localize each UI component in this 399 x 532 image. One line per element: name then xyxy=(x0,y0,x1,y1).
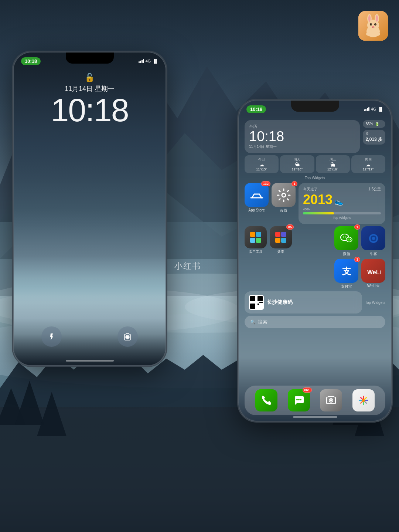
right-small-widgets: 85% 🔋 良 2,013 步 xyxy=(363,120,385,145)
weather-temp-3: 12°/17° xyxy=(353,167,384,171)
weather-icon-2: 🌦 xyxy=(317,162,348,167)
battery-widget: 85% 🔋 xyxy=(363,120,385,128)
weather-temp-1: 12°/16° xyxy=(282,167,313,171)
weather-icon-1: 🌦 xyxy=(282,162,313,167)
steps-count-widget: 2013 xyxy=(303,192,332,207)
welink-icon[interactable]: WeLink xyxy=(361,259,385,283)
lock-bottom-controls xyxy=(14,326,166,347)
efficiency-badge: 85 xyxy=(286,224,294,230)
svg-point-45 xyxy=(298,399,300,400)
phone-frame-right: 10:18 4G ▐▌ 台历 10:18 11 xyxy=(238,100,392,421)
app-store-container: 132 App Store xyxy=(245,183,269,212)
svg-point-37 xyxy=(347,239,348,240)
steps-section-label: Top Widgets xyxy=(303,216,381,220)
app-store-badge: 132 xyxy=(261,181,270,186)
apps-row-1: 132 App Store 1 设置 xyxy=(245,183,385,224)
signal-bar-4 xyxy=(143,59,144,63)
flashlight-button[interactable] xyxy=(41,326,62,347)
signal-bar-3 xyxy=(141,60,143,63)
battery-icon-left: ▐▌ xyxy=(152,59,158,63)
svg-rect-29 xyxy=(281,232,286,237)
svg-point-23 xyxy=(282,193,286,197)
dock-messages-icon[interactable] xyxy=(288,389,310,411)
time-widget-label: 台历 xyxy=(249,124,355,129)
tools-efficiency-col: 实用工具 85 xyxy=(245,226,292,254)
weather-item-1: 明天 🌦 12°/16° xyxy=(280,155,314,173)
weather-item-3: 周四 ☁ 12°/17° xyxy=(351,155,385,173)
svg-rect-26 xyxy=(250,238,255,243)
wechat-niuke-row: 1 微信 xyxy=(295,226,385,257)
rabbit-logo xyxy=(358,11,388,41)
steps-widget-distance: 1.5公里 xyxy=(368,187,381,192)
dock: 861 xyxy=(245,386,385,415)
status-bar-left: 10:18 4G ▐▌ xyxy=(14,55,166,67)
weather-day-0: 今日 xyxy=(246,157,277,162)
weather-day-2: 周三 xyxy=(317,157,348,162)
dock-camera-icon[interactable] xyxy=(320,389,342,411)
svg-point-38 xyxy=(349,239,350,240)
svg-point-14 xyxy=(374,23,376,26)
svg-point-13 xyxy=(370,23,372,26)
weather-icon-0: ☁ xyxy=(246,162,277,167)
svg-point-35 xyxy=(343,236,344,237)
welink-label: WeLink xyxy=(367,284,379,288)
tools-container: 实用工具 xyxy=(245,226,267,254)
efficiency-label: 效率 xyxy=(277,250,284,254)
settings-badge: 1 xyxy=(291,181,297,186)
battery-emoji: 🔋 xyxy=(375,122,379,126)
weather-item-0: 今日 ☁ 11°/13° xyxy=(245,155,279,173)
status-icons-right: 4G ▐▌ xyxy=(364,107,383,111)
wechat-badge: 1 xyxy=(354,224,360,230)
welink-container: WeLink WeLink xyxy=(361,259,385,289)
svg-point-12 xyxy=(376,15,378,22)
wechat-container: 1 微信 xyxy=(334,226,358,257)
svg-point-17 xyxy=(372,26,374,27)
signal-bar-2 xyxy=(140,61,141,63)
lock-time: 10:18 xyxy=(14,94,166,126)
watermark: 小红书 xyxy=(174,261,201,272)
efficiency-container: 85 效率 xyxy=(270,226,292,254)
dock-photos-icon[interactable] xyxy=(352,389,375,411)
svg-text:WeLink: WeLink xyxy=(367,269,381,275)
home-indicator-left xyxy=(66,360,114,362)
health-code-widget[interactable]: 长沙健康码 xyxy=(245,291,362,314)
search-bar[interactable]: 🔍 搜索 xyxy=(245,316,385,328)
dock-phone-icon[interactable] xyxy=(255,389,277,411)
svg-text:支: 支 xyxy=(342,266,351,276)
alipay-icon[interactable]: 支 3 xyxy=(334,259,358,283)
weather-icon-3: ☁ xyxy=(353,162,384,167)
svg-point-48 xyxy=(330,399,332,401)
steps-count-small: 2,013 步 xyxy=(366,136,382,143)
qr-code xyxy=(249,295,264,310)
signal-bar-1 xyxy=(139,61,140,63)
air-quality-label: 良 xyxy=(366,132,382,136)
search-icon: 🔍 xyxy=(250,319,256,325)
camera-button[interactable] xyxy=(117,326,138,347)
status-icons-left: 4G ▐▌ xyxy=(139,59,158,63)
alipay-welink-row: 支 3 支付宝 WeLink xyxy=(295,259,385,289)
progress-fill xyxy=(303,212,334,214)
signal-bars-left xyxy=(139,59,144,63)
efficiency-icon[interactable]: 85 xyxy=(270,226,292,248)
messages-badge: 861 xyxy=(303,387,312,393)
signal-bars-right xyxy=(364,107,369,111)
settings-icon[interactable]: 1 xyxy=(272,183,296,207)
health-code-section-label: Top Widgets xyxy=(365,301,385,305)
status-bar-right: 10:18 4G ▐▌ xyxy=(239,104,391,115)
phone-left: 10:18 4G ▐▌ 🔓 11月14日 星期一 10:18 xyxy=(13,52,166,366)
svg-point-41 xyxy=(372,237,375,240)
apps-middle-row: 实用工具 85 xyxy=(245,226,385,289)
weather-temp-2: 12°/16° xyxy=(317,167,348,171)
svg-point-19 xyxy=(375,32,380,36)
svg-point-22 xyxy=(126,336,129,338)
tools-icon[interactable] xyxy=(245,226,267,248)
phone-right: 10:18 4G ▐▌ 台历 10:18 11 xyxy=(238,100,392,421)
wechat-icon[interactable]: 1 xyxy=(334,226,358,250)
steps-widget-title: 今天走了 xyxy=(303,187,318,192)
svg-point-16 xyxy=(375,24,376,24)
app-store-icon[interactable]: 132 xyxy=(245,183,269,207)
svg-rect-25 xyxy=(256,232,261,237)
niuke-icon[interactable] xyxy=(361,226,385,250)
settings-label: 设置 xyxy=(280,208,287,213)
svg-rect-28 xyxy=(275,232,280,237)
